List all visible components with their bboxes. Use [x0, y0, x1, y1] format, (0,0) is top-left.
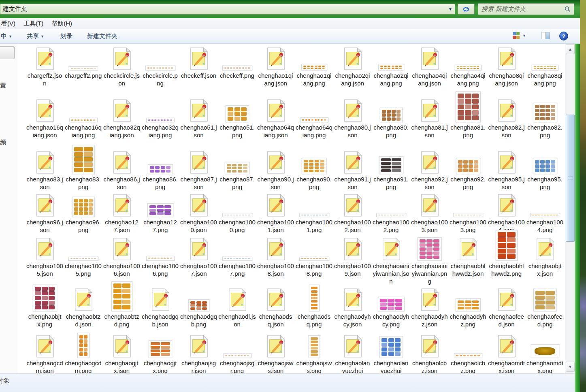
file-item[interactable]: chenghaogcdm.png	[64, 332, 102, 373]
file-item[interactable]: chenghao82.json	[487, 96, 526, 139]
file-item[interactable]: chenghao16qiang.json	[26, 96, 64, 139]
file-item[interactable]: chenghao83.json	[26, 148, 64, 191]
file-item[interactable]: chenghao81.png	[449, 96, 487, 139]
file-item[interactable]: chenghao86.json	[102, 148, 141, 191]
file-item[interactable]: chenghaomdtx.png	[526, 332, 564, 373]
file-item[interactable]: chenghao1004.png	[526, 191, 564, 234]
file-item[interactable]: chenghaojsgr.png	[218, 332, 256, 373]
file-item[interactable]: chenghaodyhcy.json	[333, 285, 372, 328]
file-item[interactable]: checkcircle.json	[102, 45, 141, 87]
menu-item-tools[interactable]: 工具(T)	[20, 19, 47, 29]
file-item[interactable]: chenghaobtzd.json	[64, 285, 102, 328]
file-item[interactable]: chenghao96.png	[64, 191, 102, 234]
toolbar-burn-button[interactable]: 刻录	[60, 32, 72, 40]
sidebar-item-fragment[interactable]: 频	[0, 138, 6, 146]
file-item[interactable]: chenghao64qiang.png	[295, 96, 333, 139]
file-item[interactable]: chenghao1006.json	[102, 235, 141, 285]
help-button[interactable]: ?	[559, 32, 568, 40]
file-item[interactable]: chenghaolanyuezhui	[333, 332, 372, 373]
file-item[interactable]: chenghao1000.json	[179, 191, 218, 234]
sidebar-item-fragment[interactable]: 置	[0, 82, 6, 89]
file-item[interactable]: chenghaojsws.png	[295, 332, 333, 373]
menu-item-view[interactable]: 看(V)	[0, 19, 19, 29]
file-item[interactable]: chenghaolcbz.json	[410, 332, 449, 373]
file-item[interactable]: chenghao83.png	[64, 148, 102, 191]
file-item[interactable]: chenghaofeed.json	[487, 285, 526, 328]
file-item[interactable]: chenghaoainiyiwannian.png	[410, 235, 449, 285]
file-item[interactable]: chenghaobtzd.png	[102, 285, 141, 328]
file-item[interactable]: chenghao1008.png	[295, 235, 333, 285]
file-item[interactable]: chenghao1004.json	[487, 191, 526, 234]
file-item[interactable]: chenghaolanyuezhui	[372, 332, 410, 373]
file-item[interactable]: chenghao16qiang.png	[64, 96, 102, 139]
file-item[interactable]: chenghaodgqb.json	[141, 285, 179, 328]
menu-item-help[interactable]: 帮助(H)	[48, 19, 76, 29]
scrollbar-thumb[interactable]	[566, 115, 575, 242]
file-item[interactable]: chenghaodyhcy.png	[372, 285, 410, 328]
file-item[interactable]: chenghao80.png	[372, 96, 410, 139]
address-bar[interactable]: 建文件夹 ▼	[0, 4, 455, 15]
file-item[interactable]: chenghaodyhz.png	[449, 285, 487, 328]
file-item[interactable]: chenghao1003.png	[449, 191, 487, 234]
file-item[interactable]: chenghaoainiyiwannian.json	[372, 235, 410, 285]
file-item[interactable]: chenghao1001.png	[295, 191, 333, 234]
file-item[interactable]: chenghaodl.json	[218, 285, 256, 328]
file-item[interactable]: chenghaolcbz.png	[449, 332, 487, 373]
file-item[interactable]: chenghaodgqb.png	[179, 285, 218, 328]
file-item[interactable]: chenghao2qiang.png	[372, 45, 410, 87]
file-item[interactable]: chenghao80.json	[333, 96, 372, 139]
preview-pane-button[interactable]	[541, 32, 550, 39]
file-item[interactable]: chenghao2qiang.json	[333, 45, 372, 87]
file-item[interactable]: chenghao4qiang.png	[449, 45, 487, 87]
file-item[interactable]: chenghao1000.png	[218, 191, 256, 234]
views-button[interactable]: ▼	[513, 32, 526, 39]
file-item[interactable]: chenghao1002.json	[333, 191, 372, 234]
file-item[interactable]: chenghaogjtx.json	[102, 332, 141, 373]
scroll-down-button[interactable]: ▼	[566, 362, 575, 372]
file-item[interactable]: chenghao1001.json	[256, 191, 295, 234]
file-item[interactable]: checkeff.png	[218, 45, 256, 87]
file-item[interactable]: chenghao96.json	[26, 191, 64, 234]
search-input[interactable]: 搜索 新建文件夹	[478, 3, 574, 15]
file-item[interactable]: chenghaofeed.png	[526, 285, 564, 328]
file-item[interactable]: chenghao1006.png	[141, 235, 179, 285]
file-item[interactable]: checkcircle.png	[141, 45, 179, 87]
file-item[interactable]: chenghaobhlhwwdz.png	[487, 235, 526, 285]
file-item[interactable]: chenghao8qiang.json	[487, 45, 526, 87]
file-item[interactable]: chenghaodsq.png	[295, 285, 333, 328]
file-item[interactable]: checkeff.json	[179, 45, 218, 87]
toolbar-share-button[interactable]: 共享▼	[27, 32, 44, 40]
file-item[interactable]: chenghao51.png	[218, 96, 256, 139]
file-item[interactable]: chenghao1qiang.png	[295, 45, 333, 87]
file-item[interactable]: chenghaobhlhwwdz.json	[449, 235, 487, 285]
file-item[interactable]: chenghao90.png	[295, 148, 333, 191]
file-item[interactable]: chenghaodyhz.json	[410, 285, 449, 328]
file-item[interactable]: chenghao91.png	[372, 148, 410, 191]
file-item[interactable]: chenghao92.png	[449, 148, 487, 191]
file-item[interactable]: chenghao90.json	[256, 148, 295, 191]
file-item[interactable]: chenghao1002.png	[372, 191, 410, 234]
search-icon[interactable]	[565, 6, 571, 12]
file-item[interactable]: chenghao87.json	[179, 148, 218, 191]
file-item[interactable]: chenghao32qiang.json	[102, 96, 141, 139]
file-item[interactable]: chargeff2.png	[64, 45, 102, 87]
file-item[interactable]: chenghao127.png	[141, 191, 179, 234]
file-item[interactable]: chenghao91.json	[333, 148, 372, 191]
file-item[interactable]: chenghao1qiang.json	[256, 45, 295, 87]
file-item[interactable]: chenghao1005.png	[64, 235, 102, 285]
file-item[interactable]: chenghao95.png	[526, 148, 564, 191]
file-item[interactable]: chenghao86.png	[141, 148, 179, 191]
nav-pane-button-remnant[interactable]	[0, 46, 15, 59]
file-item[interactable]: chenghao1009.json	[333, 235, 372, 285]
file-item[interactable]: chenghao32qiang.png	[141, 96, 179, 139]
file-item[interactable]: chenghao51.json	[179, 96, 218, 139]
file-item[interactable]: chargeff2.json	[26, 45, 64, 87]
file-item[interactable]: chenghao92.json	[410, 148, 449, 191]
file-item[interactable]: chenghaogcdm.json	[26, 332, 64, 373]
file-item[interactable]: chenghaobjtx.png	[26, 285, 64, 328]
file-item[interactable]: chenghao87.png	[218, 148, 256, 191]
file-item[interactable]: chenghao82.png	[526, 96, 564, 139]
file-item[interactable]: chenghao64qiang.json	[256, 96, 295, 139]
file-item[interactable]: chenghao1003.json	[410, 191, 449, 234]
toolbar-include-in-library-button[interactable]: 中▼	[1, 32, 12, 40]
